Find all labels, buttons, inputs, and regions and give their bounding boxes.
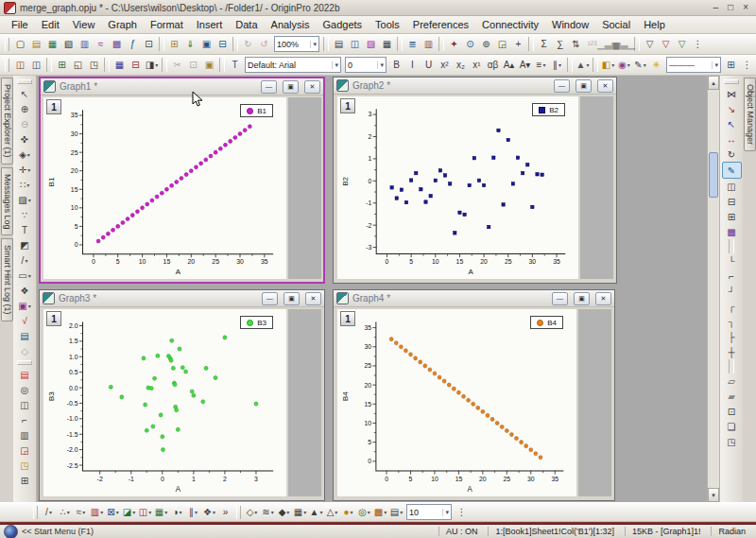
merge-graphs-icon[interactable]: ▦ [112, 58, 128, 73]
fill-color-icon[interactable]: ◧ [600, 58, 616, 73]
specialized-plot-icon[interactable]: ❖ [201, 505, 217, 520]
find-icon[interactable]: ⊙ [462, 37, 478, 52]
3d-rotate-icon[interactable]: ◇ [16, 343, 34, 358]
menu-gadgets[interactable]: Gadgets [318, 18, 369, 31]
hand-tool-icon[interactable]: ❖ [16, 283, 34, 298]
graph3-minimize-icon[interactable]: — [262, 292, 278, 305]
tab-project-explorer[interactable]: Project Explorer (1) [1, 78, 13, 165]
menu-window[interactable]: Window [546, 18, 594, 31]
alignment-icon[interactable]: ≡ [533, 58, 549, 73]
3d-surface-icon[interactable]: ▲ [308, 505, 324, 520]
underline-icon[interactable]: U [421, 58, 437, 73]
graph4-minimize-icon[interactable]: — [552, 292, 568, 305]
heatmap-icon[interactable]: ▩ [372, 505, 388, 520]
graph2-close-icon[interactable]: ✕ [597, 79, 613, 93]
menu-insert[interactable]: Insert [191, 18, 229, 31]
new-function-plot-icon[interactable]: ƒ [125, 37, 141, 52]
bold-icon[interactable]: B [388, 58, 404, 73]
line-plot-icon[interactable]: / [41, 505, 57, 520]
axes-style-4-icon[interactable]: ┌ [723, 299, 741, 314]
screen-reader-icon[interactable]: ◈ [16, 147, 34, 162]
extract-to-graphs-icon[interactable]: ⊟ [128, 58, 144, 73]
axes-style-3-icon[interactable]: ┘ [723, 284, 741, 299]
graph1-layer-button[interactable]: 1 [46, 99, 61, 114]
text-tool-icon[interactable]: T [16, 222, 34, 237]
merge-graph-tool-icon[interactable]: ⋈ [723, 86, 741, 101]
rotate-tool-icon[interactable]: ↻ [723, 147, 741, 162]
tab-messages-log[interactable]: Messages Log [1, 167, 13, 236]
data-reader-icon[interactable]: ✛ [16, 162, 34, 177]
increase-font-icon[interactable]: A▴ [501, 58, 517, 73]
maximize-icon[interactable]: □ [728, 3, 733, 12]
increment-list-icon[interactable]: ◎ [16, 382, 34, 397]
menu-format[interactable]: Format [145, 18, 189, 31]
graph-adjust-icon[interactable]: ✎ [722, 162, 742, 179]
layout-tool-icon[interactable]: ◫ [16, 397, 34, 412]
border-style-icon[interactable]: ⊞ [723, 58, 739, 73]
bottom-more-icon[interactable]: ⋮ [454, 505, 470, 520]
graph4-plot[interactable]: 0510152025303505101520253035AB4 [337, 309, 576, 496]
menu-connectivity[interactable]: Connectivity [476, 18, 544, 31]
cut-icon[interactable]: ✂ [169, 58, 185, 73]
font-tool-icon[interactable]: T [227, 58, 243, 73]
annotation-icon[interactable]: ◳ [16, 458, 34, 473]
superscript-icon[interactable]: x² [437, 58, 453, 73]
chevron-down-icon[interactable]: ▾ [712, 61, 718, 69]
axes-style-2-icon[interactable]: ⌐ [723, 269, 741, 284]
graph1-close-icon[interactable]: ✕ [304, 80, 320, 94]
grid-tool-icon[interactable]: ⊞ [16, 473, 34, 488]
scroll-down-icon[interactable]: ▾ [708, 488, 719, 502]
chevron-down-icon[interactable]: ▾ [442, 509, 449, 516]
graph2-legend[interactable]: B2 [532, 103, 565, 116]
save-as-icon[interactable]: ⊟ [215, 37, 231, 52]
data-selector-icon[interactable]: ∷ [16, 177, 34, 192]
graph2-minimize-icon[interactable]: — [554, 79, 570, 93]
filter-icon[interactable]: ▽ [642, 37, 658, 52]
new-matrix-icon[interactable]: ▩ [109, 37, 125, 52]
3d-stack-icon[interactable]: ⊡ [723, 404, 741, 419]
graph2-restore-icon[interactable]: ▣ [576, 79, 592, 93]
line-style-combo[interactable]: ———▾ [666, 57, 721, 73]
zoom-combo[interactable]: 100%▾ [274, 36, 319, 52]
contour-plot-icon[interactable]: ▦ [153, 505, 169, 520]
paste-icon[interactable]: ▣ [201, 58, 217, 73]
menu-file[interactable]: File [6, 18, 34, 31]
layer-add-inset-icon[interactable]: ◱ [70, 58, 86, 73]
recalculate-icon[interactable]: ↺ [256, 37, 272, 52]
distribute-icon[interactable]: ∥ [549, 58, 565, 73]
graph4-restore-icon[interactable]: ▣ [574, 292, 590, 305]
graph1-plot[interactable]: 0510152025303505101520253035AB1 [43, 97, 286, 279]
chevron-down-icon[interactable]: ▾ [310, 41, 317, 48]
save-project-icon[interactable]: ▣ [198, 37, 215, 52]
graph2-window[interactable]: Graph2 * — ▣ ✕ 1 B2 05101520253035-3-2-1… [333, 77, 617, 284]
graph1-minimize-icon[interactable]: — [261, 80, 277, 94]
sub-super-script-icon[interactable]: x¹ [469, 58, 485, 73]
rescale-axes-icon[interactable]: ↔ [723, 131, 741, 147]
line-color-icon[interactable]: ✎ [632, 58, 648, 73]
digitizer-icon[interactable]: ⊚ [478, 37, 494, 52]
chevron-down-icon[interactable]: ▾ [332, 61, 338, 69]
3d-copy-icon[interactable]: ❏ [723, 419, 741, 434]
graph3-plot[interactable]: -2-10123-2.5-2.0-1.5-1.0-0.50.00.51.01.5… [43, 309, 286, 496]
graph3-titlebar[interactable]: Graph3 * — ▣ ✕ [40, 290, 324, 307]
font-combo[interactable]: Default: Arial▾ [245, 57, 341, 73]
decrease-font-icon[interactable]: A▾ [517, 58, 533, 73]
template-plot-icon[interactable]: ⊠ [105, 505, 121, 520]
graph4-layer-button[interactable]: 1 [340, 311, 355, 326]
graph1-restore-icon[interactable]: ▣ [283, 80, 299, 94]
menu-social[interactable]: Social [596, 18, 636, 31]
graph2-titlebar[interactable]: Graph2 * — ▣ ✕ [334, 78, 616, 95]
object-manager-icon[interactable]: ▥ [421, 37, 437, 52]
subscript-icon[interactable]: x₂ [453, 58, 469, 73]
graph1-window[interactable]: Graph1 * — ▣ ✕ 1 B1 05101520253035051015… [39, 77, 325, 284]
graph1-titlebar[interactable]: Graph1 * — ▣ ✕ [41, 78, 323, 95]
rectangle-tool-icon[interactable]: ▭ [16, 268, 34, 283]
graph2-plot[interactable]: 05101520253035-3-2-10123AB2 [337, 96, 578, 279]
3d-scatter-icon[interactable]: ◇ [244, 505, 260, 520]
project-explorer-icon[interactable]: ≣ [404, 37, 421, 52]
graph3-layer-button[interactable]: 1 [46, 311, 61, 326]
graph3-close-icon[interactable]: ✕ [305, 292, 321, 305]
graph4-window[interactable]: Graph4 * — ▣ ✕ 1 B4 05101520253035051015… [333, 289, 615, 501]
3d-ribbon-icon[interactable]: ◆ [276, 505, 292, 520]
row-stats-icon[interactable]: ▅▃▁ [616, 37, 632, 52]
